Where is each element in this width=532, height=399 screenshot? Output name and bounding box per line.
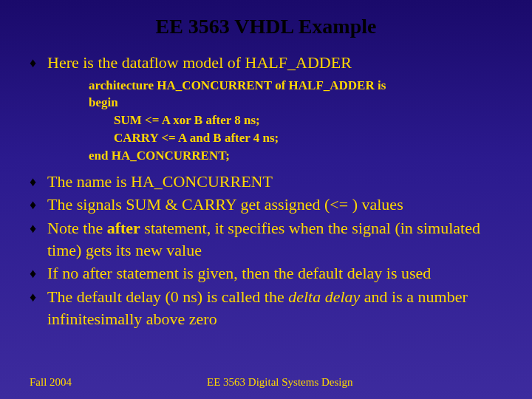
diamond-icon: ♦: [30, 217, 47, 237]
code-line: CARRY <= A and B after 4 ns;: [89, 129, 510, 147]
text-italic: delta delay: [288, 287, 360, 306]
code-block: architecture HA_CONCURRENT of HALF_ADDER…: [89, 77, 510, 165]
bullet-item: ♦ Note the after statement, it specifies…: [30, 217, 510, 261]
bullet-text: If no after statement is given, then the…: [47, 262, 510, 284]
diamond-icon: ♦: [30, 194, 47, 214]
text-part: The default delay (0 ns) is called the: [47, 287, 288, 306]
diamond-icon: ♦: [30, 286, 47, 306]
slide-content: ♦ Here is the dataflow model of HALF_ADD…: [0, 52, 532, 330]
bullet-text: The name is HA_CONCURRENT: [47, 171, 510, 193]
code-line: architecture HA_CONCURRENT of HALF_ADDER…: [89, 77, 510, 95]
diamond-icon: ♦: [30, 262, 47, 282]
bullet-item: ♦ Here is the dataflow model of HALF_ADD…: [30, 52, 510, 74]
bullet-item: ♦ The default delay (0 ns) is called the…: [30, 286, 510, 330]
bullet-text: The default delay (0 ns) is called the d…: [47, 286, 510, 330]
bullet-item: ♦ The name is HA_CONCURRENT: [30, 171, 510, 193]
code-line: SUM <= A xor B after 8 ns;: [89, 112, 510, 129]
bullet-text: The signals SUM & CARRY get assigned (<=…: [47, 194, 510, 216]
bullet-text: Here is the dataflow model of HALF_ADDER: [47, 52, 510, 74]
slide-title: EE 3563 VHDL Example: [0, 0, 532, 52]
diamond-icon: ♦: [30, 171, 47, 191]
bullet-text: Note the after statement, it specifies w…: [47, 217, 510, 261]
slide-footer: Fall 2004 EE 3563 Digital Systems Design: [0, 376, 532, 389]
text-part: Note the: [47, 219, 107, 237]
code-line: end HA_CONCURRENT;: [89, 147, 510, 165]
diamond-icon: ♦: [30, 52, 47, 72]
footer-left: Fall 2004: [0, 376, 185, 389]
code-line: begin: [89, 94, 510, 112]
text-bold: after: [107, 219, 140, 237]
bullet-item: ♦ If no after statement is given, then t…: [30, 262, 510, 284]
footer-center: EE 3563 Digital Systems Design: [185, 376, 532, 389]
bullet-item: ♦ The signals SUM & CARRY get assigned (…: [30, 194, 510, 216]
